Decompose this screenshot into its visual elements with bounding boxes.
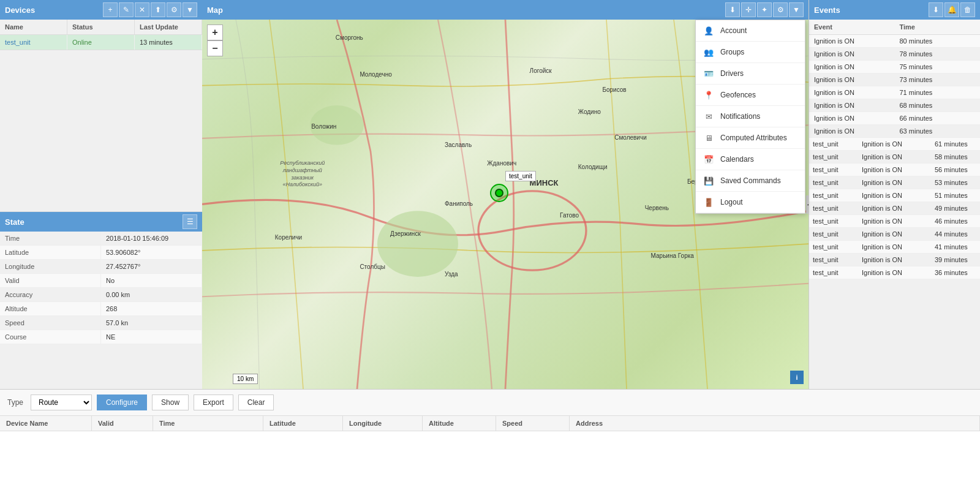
delete-device-button[interactable]: ✕	[135, 2, 149, 17]
dropdown-item-logout[interactable]: 🚪 Logout	[696, 192, 805, 213]
dropdown-item-computed-attributes[interactable]: 🖥 Computed Attributes	[696, 127, 805, 149]
dropdown-label-geofences: Geofences	[720, 91, 756, 99]
place-fanipol: Фаниполь	[445, 200, 473, 207]
event-row-14[interactable]: test_unit Ignition is ON 46 minutes	[809, 215, 980, 228]
event-time-10: 56 minutes	[931, 164, 980, 176]
map-settings-btn[interactable]: ⚙	[773, 2, 788, 17]
event-row-10[interactable]: test_unit Ignition is ON 56 minutes	[809, 164, 980, 176]
dropdown-label-notifications: Notifications	[720, 112, 760, 121]
event-row-11[interactable]: test_unit Ignition is ON 53 minutes	[809, 176, 980, 189]
zoom-out-button[interactable]: −	[207, 40, 223, 56]
events-download-btn[interactable]: ⬇	[929, 2, 943, 17]
drivers-icon: 🪪	[703, 68, 714, 79]
dropdown-item-drivers[interactable]: 🪪 Drivers	[696, 63, 805, 85]
map-collapse-arrow[interactable]: ◀	[806, 195, 809, 214]
event-row-12[interactable]: test_unit Ignition is ON 51 minutes	[809, 189, 980, 202]
dropdown-item-saved-commands[interactable]: 💾 Saved Commands	[696, 170, 805, 192]
zoom-controls: + −	[207, 25, 223, 56]
event-row-3[interactable]: Ignition is ON 73 minutes	[809, 74, 980, 86]
state-row-altitude: Altitude 268	[0, 302, 202, 316]
event-row-9[interactable]: test_unit Ignition is ON 58 minutes	[809, 151, 980, 164]
event-row-13[interactable]: test_unit Ignition is ON 49 minutes	[809, 202, 980, 215]
event-row-16[interactable]: test_unit Ignition is ON 41 minutes	[809, 241, 980, 254]
place-stolbtsy: Столбцы	[360, 263, 385, 270]
show-button[interactable]: Show	[152, 395, 189, 410]
device-row[interactable]: test_unit Online 13 minutes	[0, 35, 202, 50]
state-attr-valid: Valid	[0, 274, 101, 287]
svg-point-1	[377, 211, 458, 277]
event-event-10: Ignition is ON	[858, 164, 931, 176]
place-dzerzhinsk: Дзержинск	[390, 230, 421, 237]
map-info-button[interactable]: i	[790, 371, 804, 384]
calendars-icon: 📅	[703, 154, 714, 165]
place-volozhin: Воложин	[311, 123, 336, 130]
event-row-8[interactable]: test_unit Ignition is ON 61 minutes	[809, 138, 980, 151]
event-row-1[interactable]: Ignition is ON 78 minutes	[809, 48, 980, 61]
event-row-7[interactable]: Ignition is ON 63 minutes	[809, 125, 980, 138]
place-jodino: Жодино	[578, 108, 601, 115]
place-molodechno: Молодечно	[360, 71, 391, 78]
map-download-btn[interactable]: ⬇	[725, 2, 740, 17]
col-header-update: Last Update	[135, 20, 202, 34]
events-bell-btn[interactable]: 🔔	[944, 2, 959, 17]
event-row-2[interactable]: Ignition is ON 75 minutes	[809, 61, 980, 74]
event-row-6[interactable]: Ignition is ON 66 minutes	[809, 112, 980, 125]
device-last-update: 13 minutes	[135, 35, 202, 50]
bottom-col-latitude: Latitude	[263, 416, 343, 431]
place-uzda: Узда	[445, 271, 458, 277]
events-clear-btn[interactable]: 🗑	[960, 2, 975, 17]
import-device-button[interactable]: ⬆	[151, 2, 165, 17]
more-device-button[interactable]: ▼	[183, 2, 197, 17]
map-scale: 10 km	[233, 374, 258, 384]
event-device-15: test_unit	[809, 228, 858, 240]
event-row-18[interactable]: test_unit Ignition is ON 36 minutes	[809, 266, 980, 279]
event-row-5[interactable]: Ignition is ON 68 minutes	[809, 99, 980, 112]
groups-icon: 👥	[703, 47, 714, 58]
event-time-17: 39 minutes	[931, 254, 980, 266]
event-time-4: 71 minutes	[895, 86, 981, 99]
state-val-lon: 27.452767°	[101, 260, 202, 273]
event-event-2: Ignition is ON	[809, 61, 895, 73]
dropdown-item-notifications[interactable]: ✉ Notifications	[696, 106, 805, 127]
events-title: Events	[814, 6, 840, 15]
dropdown-item-account[interactable]: 👤 Account	[696, 20, 805, 42]
type-select[interactable]: RouteStopsTripsSummaryChart	[31, 395, 92, 410]
map-settings-dropdown-btn[interactable]: ▼	[789, 2, 804, 17]
zoom-in-button[interactable]: +	[207, 25, 223, 40]
event-row-15[interactable]: test_unit Ignition is ON 44 minutes	[809, 228, 980, 241]
col-header-time: Time	[895, 20, 981, 34]
place-koreliche: Кореличи	[275, 234, 302, 241]
pin-outer	[490, 184, 508, 202]
add-device-button[interactable]: +	[103, 2, 118, 17]
dropdown-label-calendars: Calendars	[720, 155, 754, 164]
dropdown-item-calendars[interactable]: 📅 Calendars	[696, 149, 805, 170]
event-event-11: Ignition is ON	[858, 176, 931, 189]
map-crosshair-btn[interactable]: ✛	[741, 2, 756, 17]
state-val-speed: 57.0 kn	[101, 316, 202, 330]
event-row-17[interactable]: test_unit Ignition is ON 39 minutes	[809, 254, 980, 266]
event-device-11: test_unit	[809, 176, 858, 189]
state-attr-speed: Speed	[0, 316, 101, 330]
state-menu-button[interactable]: ☰	[183, 214, 197, 229]
bottom-col-speed: Speed	[496, 416, 570, 431]
clear-button[interactable]: Clear	[238, 395, 274, 410]
configure-button[interactable]: Configure	[97, 395, 147, 410]
export-button[interactable]: Export	[194, 395, 233, 410]
event-row-4[interactable]: Ignition is ON 71 minutes	[809, 86, 980, 99]
state-table: Time 2018-01-10 15:46:09 Latitude 53.906…	[0, 232, 202, 389]
event-row-0[interactable]: Ignition is ON 80 minutes	[809, 35, 980, 48]
map-star-btn[interactable]: ✦	[757, 2, 772, 17]
dropdown-label-computed-attributes: Computed Attributes	[720, 134, 787, 142]
event-event-0: Ignition is ON	[809, 35, 895, 47]
dropdown-item-geofences[interactable]: 📍 Geofences	[696, 85, 805, 106]
edit-device-button[interactable]: ✎	[119, 2, 134, 17]
bottom-toolbar: Type RouteStopsTripsSummaryChart Configu…	[0, 390, 980, 416]
dropdown-item-groups[interactable]: 👥 Groups	[696, 42, 805, 63]
state-val-time: 2018-01-10 15:46:09	[101, 232, 202, 245]
place-smorgon: Сморгонь	[336, 34, 363, 41]
dropdown-label-drivers: Drivers	[720, 69, 744, 78]
devices-title: Devices	[5, 6, 35, 15]
settings-device-button[interactable]: ⚙	[167, 2, 181, 17]
saved-commands-icon: 💾	[703, 175, 714, 186]
event-time-5: 68 minutes	[895, 99, 981, 111]
